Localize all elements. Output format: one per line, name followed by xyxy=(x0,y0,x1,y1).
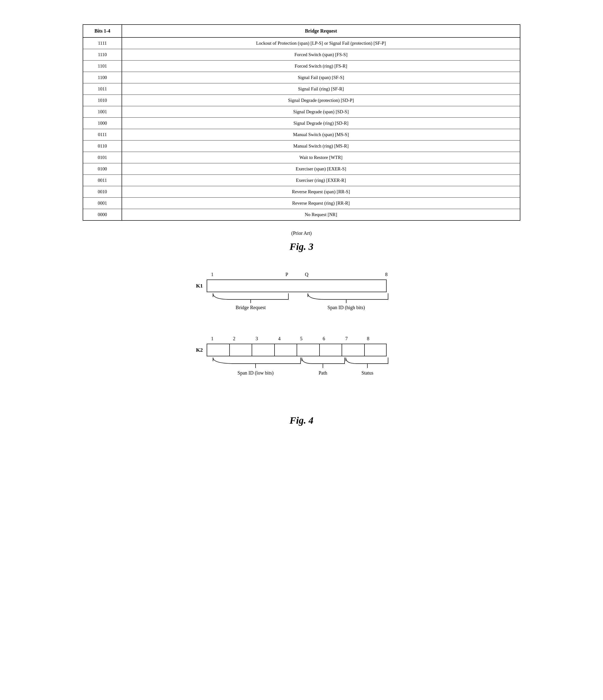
table-row: 1110Forced Switch (span) [FS-S] xyxy=(83,49,520,60)
k1-span-id-high-label: Span ID (high bits) xyxy=(328,305,365,310)
table-row: 1101Forced Switch (ring) [FS-R] xyxy=(83,60,520,72)
k2-row: K2 xyxy=(192,344,411,356)
bits-cell: 0101 xyxy=(83,152,122,163)
request-cell: Exerciser (ring) [EXER-R] xyxy=(122,175,520,186)
table-row: 0110Manual Switch (ring) [MS-R] xyxy=(83,141,520,152)
table-row: 1010Signal Degrade (protection) [SD-P] xyxy=(83,95,520,106)
bits-cell: 0111 xyxy=(83,129,122,141)
request-cell: Forced Switch (span) [FS-S] xyxy=(122,49,520,60)
table-row: 1100Signal Fail (span) [SF-S] xyxy=(83,72,520,83)
k2-cells xyxy=(207,344,387,356)
request-cell: Manual Switch (ring) [MS-R] xyxy=(122,141,520,152)
request-cell: Exerciser (span) [EXER-S] xyxy=(122,163,520,175)
table-row: 1000Signal Degrade (ring) [SD-R] xyxy=(83,118,520,129)
request-cell: Forced Switch (ring) [FS-R] xyxy=(122,60,520,72)
request-cell: Signal Fail (span) [SF-S] xyxy=(122,72,520,83)
bits-cell: 1101 xyxy=(83,60,122,72)
k2-path-label: Path xyxy=(318,370,327,376)
bits-cell: 0000 xyxy=(83,209,122,221)
k2-num8: 8 xyxy=(367,336,369,342)
bits-cell: 0001 xyxy=(83,198,122,209)
k2-cell-5 xyxy=(297,344,319,356)
k2-cell-1 xyxy=(207,344,229,356)
fig3-title: Fig. 3 xyxy=(29,241,574,252)
request-cell: Signal Fail (ring) [SF-R] xyxy=(122,83,520,95)
request-cell: Reverse Request (ring) [RR-R] xyxy=(122,198,520,209)
request-cell: Signal Degrade (span) [SD-S] xyxy=(122,106,520,118)
bits-cell: 1111 xyxy=(83,38,122,49)
table-row: 0011Exerciser (ring) [EXER-R] xyxy=(83,175,520,186)
k1-diagram: 1 P Q 8 K1 xyxy=(192,272,411,314)
table-row: 1001Signal Degrade (span) [SD-S] xyxy=(83,106,520,118)
request-cell: Reverse Request (span) [RR-S] xyxy=(122,186,520,198)
table-container: Bits 1-4 Bridge Request 1111Lockout of P… xyxy=(83,24,520,221)
k2-diagram: 1 2 3 4 5 6 7 8 K2 xyxy=(192,336,411,383)
fig4-title: Fig. 4 xyxy=(29,415,574,426)
request-cell: Signal Degrade (ring) [SD-R] xyxy=(122,118,520,129)
k2-cell-8 xyxy=(364,344,387,356)
bits-cell: 0011 xyxy=(83,175,122,186)
k1-bridge-request-label: Bridge Request xyxy=(236,305,266,310)
k2-cell-3 xyxy=(252,344,274,356)
bits-cell: 1110 xyxy=(83,49,122,60)
bits-cell: 0110 xyxy=(83,141,122,152)
table-row: 0100Exerciser (span) [EXER-S] xyxy=(83,163,520,175)
k2-num7: 7 xyxy=(345,336,348,342)
col2-header: Bridge Request xyxy=(122,25,520,38)
page-content: Bits 1-4 Bridge Request 1111Lockout of P… xyxy=(29,24,574,426)
k2-num3: 3 xyxy=(256,336,258,342)
bits-cell: 1100 xyxy=(83,72,122,83)
bits-cell: 1011 xyxy=(83,83,122,95)
request-cell: Lockout of Protection (span) [LP-S] or S… xyxy=(122,38,520,49)
k1-key-label: K1 xyxy=(192,283,207,289)
request-cell: Wait to Restore [WTR] xyxy=(122,152,520,163)
k2-cell-4 xyxy=(274,344,297,356)
k2-key-label: K2 xyxy=(192,347,207,353)
bits-cell: 0100 xyxy=(83,163,122,175)
request-cell: Manual Switch (span) [MS-S] xyxy=(122,129,520,141)
k2-status-label: Status xyxy=(362,370,373,376)
k2-cell-6 xyxy=(319,344,342,356)
table-row: 0101Wait to Restore [WTR] xyxy=(83,152,520,163)
table-row: 1011Signal Fail (ring) [SF-R] xyxy=(83,83,520,95)
table-row: 0000No Request [NR] xyxy=(83,209,520,221)
col1-header: Bits 1-4 xyxy=(83,25,122,38)
k2-num6: 6 xyxy=(323,336,325,342)
k1-nump: P xyxy=(286,272,288,277)
k2-num5: 5 xyxy=(300,336,303,342)
k2-num2: 2 xyxy=(233,336,235,342)
bits-cell: 1001 xyxy=(83,106,122,118)
bridge-request-table: Bits 1-4 Bridge Request 1111Lockout of P… xyxy=(83,24,520,221)
k1-numq: Q xyxy=(305,272,308,277)
k1-braces-svg: Bridge Request Span ID (high bits) xyxy=(211,292,390,314)
bits-cell: 0010 xyxy=(83,186,122,198)
request-cell: Signal Degrade (protection) [SD-P] xyxy=(122,95,520,106)
k1-row: K1 xyxy=(192,279,411,292)
k1-num1: 1 xyxy=(211,272,214,277)
k1-box xyxy=(207,279,387,292)
k2-braces-svg: Span ID (low bits) Path Status xyxy=(211,356,390,383)
bits-cell: 1010 xyxy=(83,95,122,106)
bits-cell: 1000 xyxy=(83,118,122,129)
diagram-section: 1 P Q 8 K1 xyxy=(29,267,574,400)
k2-span-id-low-label: Span ID (low bits) xyxy=(238,370,273,376)
table-row: 0111Manual Switch (span) [MS-S] xyxy=(83,129,520,141)
table-row: 1111Lockout of Protection (span) [LP-S] … xyxy=(83,38,520,49)
k2-num4: 4 xyxy=(278,336,281,342)
table-row: 0001Reverse Request (ring) [RR-R] xyxy=(83,198,520,209)
request-cell: No Request [NR] xyxy=(122,209,520,221)
k2-cell-7 xyxy=(342,344,364,356)
k1-num8: 8 xyxy=(385,272,388,277)
prior-art-label: (Prior Art) xyxy=(29,230,574,236)
k2-cell-2 xyxy=(229,344,252,356)
k2-num1: 1 xyxy=(211,336,214,342)
table-row: 0010Reverse Request (span) [RR-S] xyxy=(83,186,520,198)
